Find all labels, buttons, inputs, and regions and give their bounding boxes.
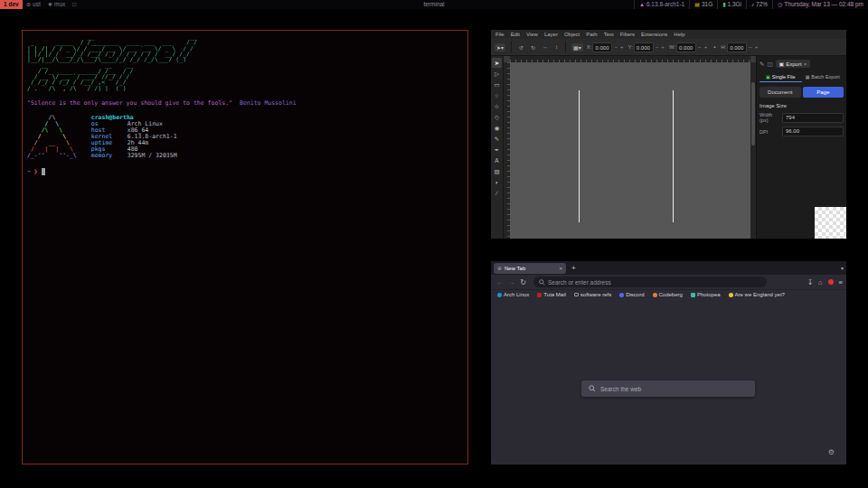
menu-filters[interactable]: Filters xyxy=(620,32,635,37)
fetch-row: memory3295M / 32035M xyxy=(91,153,177,159)
menu-text[interactable]: Text xyxy=(604,32,614,37)
bookmark-label: Tuta Mail xyxy=(543,292,565,297)
document-button[interactable]: Document xyxy=(760,87,801,98)
ellipse-tool-icon[interactable]: ○ xyxy=(492,90,502,100)
pen-tool-icon[interactable]: ✒ xyxy=(492,145,502,155)
increment-button[interactable]: + xyxy=(754,44,760,50)
bookmark-folder-software-refs[interactable]: software refs xyxy=(574,292,611,297)
y-input[interactable]: 0.000 xyxy=(634,42,654,52)
prompt-char: ❯ xyxy=(33,168,37,175)
h-input[interactable]: 0.000 xyxy=(727,42,747,52)
bookmarks-bar: Arch Linux Tuta Mail software refs Disco… xyxy=(491,289,846,299)
toolbar-separator xyxy=(511,42,512,52)
close-tab-icon[interactable]: × xyxy=(559,266,562,271)
decrement-button[interactable]: − xyxy=(748,44,753,50)
web-search-box[interactable]: Search the web xyxy=(581,380,755,397)
extension-icon[interactable] xyxy=(828,279,834,285)
increment-button[interactable]: + xyxy=(703,44,709,50)
active-tab[interactable]: ⊕ New Tab × xyxy=(494,263,566,274)
favicon xyxy=(729,293,733,297)
menu-layer[interactable]: Layer xyxy=(544,32,558,37)
text-cursor xyxy=(42,168,45,175)
flip-horizontal-icon[interactable]: ↔ xyxy=(541,44,550,50)
rotate-ccw-icon[interactable]: ↺ xyxy=(517,44,525,51)
tab-batch-export[interactable]: ▦ Batch Export xyxy=(802,74,844,81)
desktop: 1 dev ⚙ ust ❖ mux □ terminal ▲ 6.13.8-ar… xyxy=(0,0,868,488)
decrement-button[interactable]: − xyxy=(655,44,660,50)
favicon xyxy=(653,293,657,297)
list-tabs-icon[interactable]: ▾ xyxy=(841,265,844,271)
edit-dock-icon[interactable]: ✎ xyxy=(760,61,764,68)
inkscape-toolbox: ➤ ▷ ▭ ○ ☆ ◇ ◉ ✎ ✒ A ▨ ◗ ∕ xyxy=(491,56,504,239)
w-input[interactable]: 0.000 xyxy=(676,42,696,52)
reload-button[interactable]: ↻ xyxy=(518,278,528,286)
page-button[interactable]: Page xyxy=(803,87,844,98)
decrement-button[interactable]: − xyxy=(697,44,703,50)
bookmark-photopea[interactable]: Photopea xyxy=(691,292,721,297)
menu-edit[interactable]: Edit xyxy=(511,32,520,37)
export-dpi-input[interactable]: 96.00 xyxy=(782,127,844,136)
menu-object[interactable]: Object xyxy=(564,32,580,37)
tab-single-file[interactable]: ▣ Single File xyxy=(760,74,802,82)
bookmark-label: Codeberg xyxy=(659,292,683,297)
tab-title: New Tab xyxy=(505,266,556,271)
inkscape-window: File Edit View Layer Object Path Text Fi… xyxy=(491,30,846,239)
menu-extensions[interactable]: Extensions xyxy=(641,32,667,37)
globe-icon: ⊕ xyxy=(497,265,502,271)
terminal-window[interactable]: __ __ _ _____ / /________ ____ ___ ___ /… xyxy=(22,30,468,465)
folder-icon xyxy=(574,293,579,296)
downloads-icon[interactable]: ↧ xyxy=(807,278,813,286)
star-tool-icon[interactable]: ☆ xyxy=(492,101,502,111)
menu-view[interactable]: View xyxy=(526,32,538,37)
vertical-ruler xyxy=(504,62,510,239)
bookmark-label: Arch Linux xyxy=(504,292,529,297)
align-dropdown[interactable]: ▦▾ xyxy=(571,43,583,52)
inkscape-canvas[interactable] xyxy=(510,62,750,239)
node-tool-icon[interactable]: ▷ xyxy=(492,69,502,79)
pencil-tool-icon[interactable]: ✎ xyxy=(492,134,502,144)
objects-dock-icon[interactable]: ◫ xyxy=(767,61,772,68)
flip-vertical-icon[interactable]: ↕ xyxy=(553,44,560,50)
export-width-input[interactable]: 794 xyxy=(782,113,844,123)
personalize-gear-icon[interactable]: ⚙ xyxy=(828,448,835,456)
home-icon[interactable]: ⌂ xyxy=(818,278,823,286)
shell-prompt[interactable]: ~ ❯ xyxy=(27,168,463,175)
bookmark-tuta-mail[interactable]: Tuta Mail xyxy=(537,292,565,297)
focused-window-title: terminal xyxy=(0,0,868,9)
dropper-tool-icon[interactable]: ◗ xyxy=(492,177,502,187)
increment-button[interactable]: + xyxy=(619,44,625,50)
back-button[interactable]: ← xyxy=(495,278,505,286)
field-label: W: xyxy=(669,44,675,50)
bookmark-label: software refs xyxy=(580,292,611,297)
close-icon[interactable]: × xyxy=(804,61,807,67)
menu-help[interactable]: Help xyxy=(674,32,684,37)
new-tab-button[interactable]: + xyxy=(571,264,576,272)
rectangle-tool-icon[interactable]: ▭ xyxy=(492,80,502,89)
bookmark-label: Photopea xyxy=(697,292,721,297)
bookmark-codeberg[interactable]: Codeberg xyxy=(653,292,683,297)
page-border-right xyxy=(673,90,674,222)
measure-tool-icon[interactable]: ∕ xyxy=(492,188,502,198)
x-input[interactable]: 0.000 xyxy=(592,42,612,52)
scrollbar-thumb[interactable] xyxy=(751,82,755,145)
address-bar[interactable]: Search or enter address xyxy=(533,277,767,287)
bookmark-are-we-england-yet[interactable]: Are we England yet? xyxy=(729,292,785,297)
menu-file[interactable]: File xyxy=(495,32,505,37)
spiral-tool-icon[interactable]: ◉ xyxy=(492,123,502,133)
menu-path[interactable]: Path xyxy=(586,32,597,37)
lock-ratio-icon[interactable]: ▪ xyxy=(712,44,717,50)
increment-button[interactable]: + xyxy=(660,44,665,50)
text-tool-icon[interactable]: A xyxy=(492,155,502,165)
box3d-tool-icon[interactable]: ◇ xyxy=(492,112,502,122)
gradient-tool-icon[interactable]: ▨ xyxy=(492,166,502,176)
decrement-button[interactable]: − xyxy=(613,44,618,50)
menu-icon[interactable]: ≡ xyxy=(839,278,843,286)
bookmark-discord[interactable]: Discord xyxy=(619,292,644,297)
export-scope-buttons: Document Page xyxy=(760,87,844,98)
bookmark-arch-linux[interactable]: Arch Linux xyxy=(497,292,529,297)
forward-button[interactable]: → xyxy=(506,278,516,286)
selector-tool-icon[interactable]: ➤ xyxy=(492,58,502,68)
export-dock-tab[interactable]: ▣ Export × xyxy=(776,60,811,68)
selection-mode-button[interactable]: ➤▾ xyxy=(495,43,505,52)
rotate-cw-icon[interactable]: ↻ xyxy=(529,44,537,51)
